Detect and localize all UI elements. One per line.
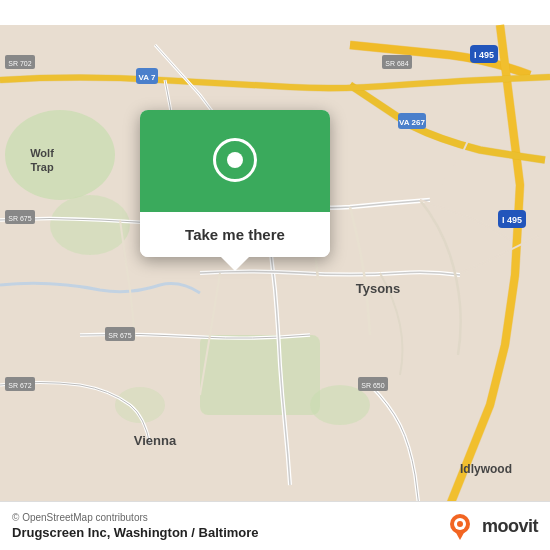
svg-text:SR 672: SR 672 <box>8 382 31 389</box>
svg-point-1 <box>5 110 115 200</box>
moovit-icon <box>444 510 476 542</box>
svg-text:I 495: I 495 <box>502 215 522 225</box>
moovit-logo: moovit <box>444 510 538 542</box>
svg-text:SR 702: SR 702 <box>8 60 31 67</box>
popup-card: Take me there <box>140 110 330 257</box>
popup-green-header <box>140 110 330 212</box>
pin-circle-outer <box>213 138 257 182</box>
svg-point-36 <box>457 521 463 527</box>
svg-text:SR 675: SR 675 <box>8 215 31 222</box>
company-name-text: Drugscreen Inc, Washington / Baltimore <box>12 525 259 540</box>
svg-text:Vienna: Vienna <box>134 433 177 448</box>
location-pin <box>213 138 257 190</box>
svg-text:SR 675: SR 675 <box>108 332 131 339</box>
svg-text:Idlywood: Idlywood <box>460 462 512 476</box>
svg-marker-37 <box>455 531 465 540</box>
pin-circle-inner <box>227 152 243 168</box>
map-svg: VA 7 VA 267 I 495 I 495 SR 702 SR 676 SR… <box>0 0 550 550</box>
svg-text:Tysons: Tysons <box>356 281 401 296</box>
attribution-text: © OpenStreetMap contributors <box>12 512 259 523</box>
svg-text:SR 650: SR 650 <box>361 382 384 389</box>
bottom-left: © OpenStreetMap contributors Drugscreen … <box>12 512 259 540</box>
svg-rect-3 <box>200 335 320 415</box>
svg-text:Wolf: Wolf <box>30 147 54 159</box>
take-me-there-button[interactable]: Take me there <box>140 212 330 257</box>
svg-text:VA 7: VA 7 <box>139 73 156 82</box>
bottom-bar: © OpenStreetMap contributors Drugscreen … <box>0 501 550 550</box>
svg-point-2 <box>50 195 130 255</box>
map-container: VA 7 VA 267 I 495 I 495 SR 702 SR 676 SR… <box>0 0 550 550</box>
svg-text:SR 684: SR 684 <box>385 60 408 67</box>
moovit-text: moovit <box>482 516 538 537</box>
svg-text:Trap: Trap <box>30 161 54 173</box>
svg-text:VA 267: VA 267 <box>399 118 425 127</box>
svg-text:I 495: I 495 <box>474 50 494 60</box>
